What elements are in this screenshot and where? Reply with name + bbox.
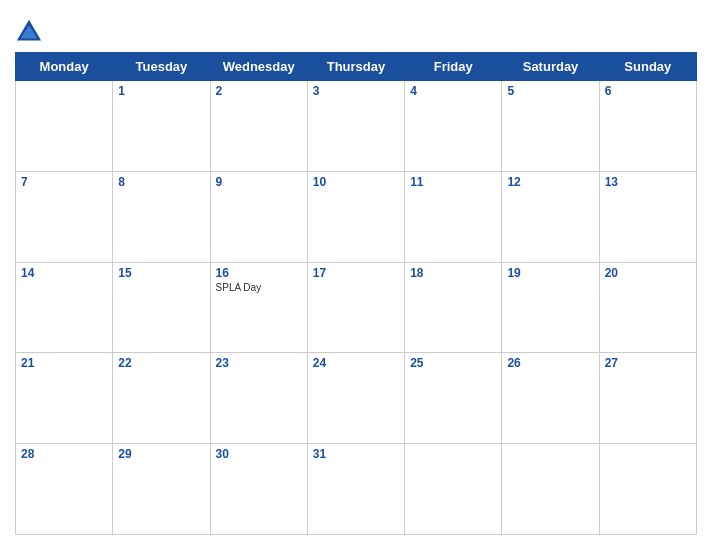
calendar-cell: 10 (307, 171, 404, 262)
day-number: 5 (507, 84, 593, 98)
day-number: 8 (118, 175, 204, 189)
day-number: 25 (410, 356, 496, 370)
weekday-header-friday: Friday (405, 53, 502, 81)
calendar-cell: 12 (502, 171, 599, 262)
calendar-cell: 30 (210, 444, 307, 535)
calendar-cell: 3 (307, 81, 404, 172)
calendar-cell: 31 (307, 444, 404, 535)
day-number: 14 (21, 266, 107, 280)
day-number: 12 (507, 175, 593, 189)
calendar-cell: 5 (502, 81, 599, 172)
day-number: 22 (118, 356, 204, 370)
day-number: 27 (605, 356, 691, 370)
day-number: 6 (605, 84, 691, 98)
day-number: 19 (507, 266, 593, 280)
weekday-header-tuesday: Tuesday (113, 53, 210, 81)
weekday-header-saturday: Saturday (502, 53, 599, 81)
day-number: 7 (21, 175, 107, 189)
logo (15, 18, 47, 46)
weekday-header-thursday: Thursday (307, 53, 404, 81)
calendar-week-row: 28293031000 (16, 444, 697, 535)
day-number: 1 (118, 84, 204, 98)
calendar-cell: 1 (113, 81, 210, 172)
weekday-header-wednesday: Wednesday (210, 53, 307, 81)
day-number: 30 (216, 447, 302, 461)
day-number: 24 (313, 356, 399, 370)
calendar-cell: 8 (113, 171, 210, 262)
day-number: 13 (605, 175, 691, 189)
day-number: 3 (313, 84, 399, 98)
calendar-week-row: 78910111213 (16, 171, 697, 262)
calendar-cell: 16SPLA Day (210, 262, 307, 353)
day-number: 31 (313, 447, 399, 461)
day-number: 10 (313, 175, 399, 189)
day-number: 28 (21, 447, 107, 461)
weekday-header-row: MondayTuesdayWednesdayThursdayFridaySatu… (16, 53, 697, 81)
calendar-cell: 29 (113, 444, 210, 535)
day-number: 17 (313, 266, 399, 280)
calendar-cell: 6 (599, 81, 696, 172)
calendar-week-row: 21222324252627 (16, 353, 697, 444)
calendar-cell: 27 (599, 353, 696, 444)
day-number: 9 (216, 175, 302, 189)
calendar-cell: 9 (210, 171, 307, 262)
calendar-cell: 13 (599, 171, 696, 262)
calendar-cell: 4 (405, 81, 502, 172)
calendar-cell: 15 (113, 262, 210, 353)
calendar-cell: 0 (16, 81, 113, 172)
logo-icon (15, 18, 43, 46)
day-number: 4 (410, 84, 496, 98)
calendar-cell: 0 (599, 444, 696, 535)
day-number: 0 (21, 84, 107, 98)
day-number: 2 (216, 84, 302, 98)
day-number: 26 (507, 356, 593, 370)
calendar-cell: 22 (113, 353, 210, 444)
calendar-table: MondayTuesdayWednesdayThursdayFridaySatu… (15, 52, 697, 535)
calendar-cell: 7 (16, 171, 113, 262)
calendar-cell: 19 (502, 262, 599, 353)
calendar-header (15, 10, 697, 52)
day-number: 20 (605, 266, 691, 280)
calendar-cell: 14 (16, 262, 113, 353)
calendar-cell: 2 (210, 81, 307, 172)
calendar-cell: 23 (210, 353, 307, 444)
day-number: 11 (410, 175, 496, 189)
calendar-cell: 20 (599, 262, 696, 353)
calendar-cell: 21 (16, 353, 113, 444)
calendar-cell: 24 (307, 353, 404, 444)
weekday-header-sunday: Sunday (599, 53, 696, 81)
day-number: 15 (118, 266, 204, 280)
calendar-week-row: 0123456 (16, 81, 697, 172)
calendar-cell: 11 (405, 171, 502, 262)
day-number: 0 (605, 447, 691, 461)
day-number: 21 (21, 356, 107, 370)
calendar-week-row: 141516SPLA Day17181920 (16, 262, 697, 353)
calendar-cell: 18 (405, 262, 502, 353)
day-number: 29 (118, 447, 204, 461)
calendar-cell: 25 (405, 353, 502, 444)
calendar-cell: 28 (16, 444, 113, 535)
day-number: 18 (410, 266, 496, 280)
weekday-header-monday: Monday (16, 53, 113, 81)
day-number: 16 (216, 266, 302, 280)
event-text: SPLA Day (216, 282, 302, 293)
calendar-cell: 0 (502, 444, 599, 535)
day-number: 0 (410, 447, 496, 461)
calendar-cell: 17 (307, 262, 404, 353)
day-number: 0 (507, 447, 593, 461)
calendar-cell: 0 (405, 444, 502, 535)
calendar-cell: 26 (502, 353, 599, 444)
day-number: 23 (216, 356, 302, 370)
